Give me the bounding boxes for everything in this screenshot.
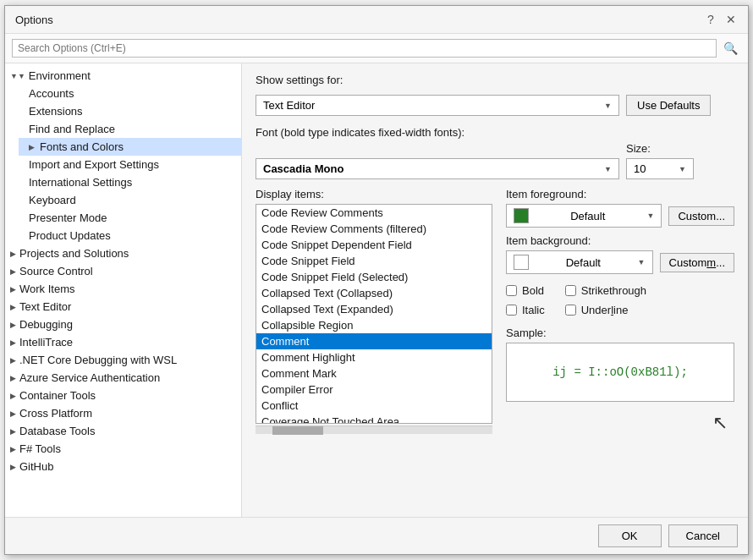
- main-content: ▼ Environment Accounts Extensions Find a…: [5, 63, 748, 517]
- item-foreground-label: Item foreground:: [506, 188, 734, 200]
- sidebar-item-fsharp[interactable]: F# Tools: [5, 440, 241, 458]
- sidebar-item-find-replace[interactable]: Find and Replace: [19, 120, 241, 138]
- list-item[interactable]: Code Review Comments (filtered): [256, 221, 492, 237]
- expand-text-editor-icon: [10, 303, 16, 311]
- list-item[interactable]: Collapsed Text (Expanded): [256, 301, 492, 317]
- list-item[interactable]: Collapsible Region: [256, 317, 492, 333]
- show-settings-arrow: ▼: [604, 102, 612, 110]
- expand-github-icon: [10, 463, 16, 471]
- cursor-indicator: ↖: [506, 409, 734, 437]
- item-background-arrow: ▼: [638, 258, 646, 266]
- item-foreground-row: Default ▼ Custom...: [506, 204, 734, 228]
- sidebar-item-debugging[interactable]: Debugging: [5, 316, 241, 333]
- display-items-scrollbar[interactable]: [256, 425, 492, 434]
- display-items-list[interactable]: Code Review CommentsCode Review Comments…: [256, 204, 492, 424]
- ok-button[interactable]: OK: [598, 524, 662, 547]
- list-item[interactable]: Code Snippet Dependent Field: [256, 237, 492, 253]
- github-label: GitHub: [19, 460, 53, 473]
- help-button[interactable]: ?: [704, 13, 717, 26]
- sidebar-item-github[interactable]: GitHub: [5, 458, 241, 475]
- strikethrough-checkbox[interactable]: [565, 285, 576, 296]
- sidebar-item-accounts[interactable]: Accounts: [19, 85, 241, 102]
- display-items-label: Display items:: [256, 188, 492, 200]
- size-dropdown[interactable]: 10 ▼: [626, 158, 694, 179]
- list-item[interactable]: Coverage Not Touched Area: [256, 414, 492, 424]
- item-foreground-arrow: ▼: [646, 211, 654, 220]
- show-settings-dropdown[interactable]: Text Editor ▼: [256, 95, 619, 116]
- item-background-dropdown[interactable]: Default ▼: [506, 250, 653, 274]
- expand-debugging-icon: [10, 321, 16, 329]
- italic-checkbox-item[interactable]: Italic: [506, 304, 545, 316]
- item-props-col: Item foreground: Default ▼ Custom...: [506, 188, 734, 437]
- search-input[interactable]: [12, 39, 717, 58]
- sidebar-item-presenter[interactable]: Presenter Mode: [19, 209, 241, 227]
- item-background-row: Default ▼ Customm...: [506, 250, 734, 274]
- list-item[interactable]: Code Snippet Field (Selected): [256, 269, 492, 285]
- sidebar-item-extensions[interactable]: Extensions: [19, 102, 241, 120]
- sidebar: ▼ Environment Accounts Extensions Find a…: [5, 63, 242, 517]
- environment-children: Accounts Extensions Find and Replace ▶ F…: [19, 85, 241, 244]
- source-control-label: Source Control: [19, 265, 93, 277]
- expand-source-control-icon: [10, 267, 16, 276]
- sidebar-item-keyboard[interactable]: Keyboard: [19, 191, 241, 209]
- extensions-label: Extensions: [29, 105, 83, 118]
- sidebar-item-environment[interactable]: ▼ Environment: [5, 67, 241, 85]
- sidebar-item-product-updates[interactable]: Product Updates: [19, 227, 241, 244]
- strikethrough-checkbox-item[interactable]: Strikethrough: [565, 284, 646, 297]
- sidebar-item-database-tools[interactable]: Database Tools: [5, 422, 241, 440]
- list-item[interactable]: Comment Highlight: [256, 349, 492, 365]
- international-label: International Settings: [29, 176, 132, 189]
- list-item[interactable]: Collapsed Text (Collapsed): [256, 285, 492, 301]
- list-item[interactable]: Code Review Comments: [256, 205, 492, 221]
- bold-label: Bold: [522, 284, 544, 297]
- list-item[interactable]: Conflict: [256, 398, 492, 414]
- checkboxes-row: Bold Italic Strikethrough: [506, 284, 734, 316]
- net-core-label: .NET Core Debugging with WSL: [19, 354, 177, 366]
- close-button[interactable]: ✕: [724, 13, 738, 26]
- environment-label: Environment: [29, 69, 91, 82]
- sidebar-item-intellitrace[interactable]: IntelliTrace: [5, 333, 241, 351]
- sidebar-item-projects[interactable]: Projects and Solutions: [5, 244, 241, 262]
- bold-checkbox-item[interactable]: Bold: [506, 284, 545, 297]
- sidebar-item-source-control[interactable]: Source Control: [5, 262, 241, 280]
- right-panel: Show settings for: Text Editor ▼ Use Def…: [242, 63, 748, 517]
- title-controls: ? ✕: [704, 13, 738, 26]
- sidebar-item-international[interactable]: International Settings: [19, 173, 241, 191]
- strikethrough-label: Strikethrough: [581, 284, 646, 297]
- cross-platform-label: Cross Platform: [19, 407, 92, 420]
- list-item[interactable]: Compiler Error: [256, 382, 492, 398]
- font-dropdown[interactable]: Cascadia Mono ▼: [256, 158, 619, 179]
- sidebar-item-net-core[interactable]: .NET Core Debugging with WSL: [5, 351, 241, 369]
- accounts-label: Accounts: [29, 87, 74, 100]
- list-item[interactable]: Comment: [256, 333, 492, 349]
- sidebar-item-cross-platform[interactable]: Cross Platform: [5, 404, 241, 422]
- use-defaults-button[interactable]: Use Defaults: [626, 95, 711, 116]
- bold-checkbox[interactable]: [506, 285, 517, 296]
- sidebar-item-work-items[interactable]: Work Items: [5, 280, 241, 298]
- display-items-section: Display items: Code Review CommentsCode …: [256, 188, 734, 437]
- sidebar-item-text-editor[interactable]: Text Editor: [5, 298, 241, 316]
- find-replace-label: Find and Replace: [29, 123, 115, 135]
- underline-checkbox-item[interactable]: Underline: [565, 304, 646, 316]
- expand-intellitrace-icon: [10, 338, 16, 347]
- list-item[interactable]: Code Snippet Field: [256, 253, 492, 269]
- search-icon-button[interactable]: 🔍: [720, 40, 741, 57]
- italic-checkbox[interactable]: [506, 305, 517, 316]
- left-checkbox-group: Bold Italic: [506, 284, 545, 316]
- size-value: 10: [634, 162, 646, 175]
- sidebar-item-fonts-colors[interactable]: ▶ Fonts and Colors: [19, 138, 241, 156]
- list-item[interactable]: Comment Mark: [256, 365, 492, 382]
- font-label: Font (bold type indicates fixed-width fo…: [256, 126, 734, 139]
- sidebar-item-container-tools[interactable]: Container Tools: [5, 387, 241, 404]
- underline-label: Underline: [581, 304, 629, 316]
- item-foreground-custom-button[interactable]: Custom...: [668, 206, 734, 226]
- cancel-button[interactable]: Cancel: [668, 524, 738, 547]
- sidebar-item-azure-auth[interactable]: Azure Service Authentication: [5, 369, 241, 387]
- item-background-custom-button[interactable]: Customm...: [660, 253, 734, 272]
- debugging-label: Debugging: [19, 318, 73, 331]
- underline-checkbox[interactable]: [565, 305, 576, 316]
- sidebar-item-import-export[interactable]: Import and Export Settings: [19, 156, 241, 173]
- product-updates-label: Product Updates: [29, 229, 111, 242]
- item-foreground-dropdown[interactable]: Default ▼: [506, 204, 662, 228]
- expand-azure-auth-icon: [10, 374, 16, 382]
